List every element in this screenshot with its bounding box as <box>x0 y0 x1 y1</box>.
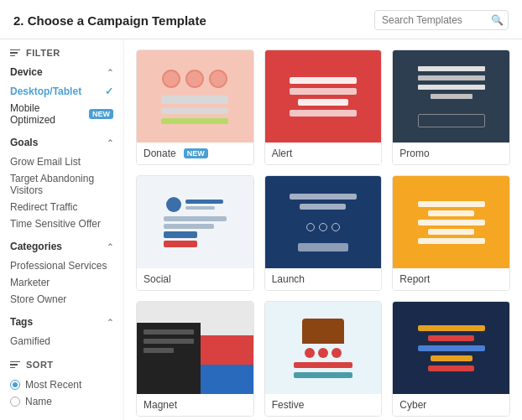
report-label: Report <box>393 268 509 290</box>
sort-icon <box>10 361 20 369</box>
search-icon: 🔍 <box>491 14 504 26</box>
sort-label: SORT <box>26 360 54 370</box>
social-label: Social <box>137 268 253 290</box>
mobile-new-badge: NEW <box>89 109 113 119</box>
sidebar-item-professional[interactable]: Professional Services <box>10 257 113 274</box>
device-item-desktop[interactable]: Desktop/Tablet ✓ <box>10 83 113 100</box>
launch-thumb <box>265 176 382 268</box>
cyber-thumb <box>393 302 509 394</box>
main-content: Donate NEW Alert <box>124 39 522 420</box>
search-input[interactable] <box>382 14 491 26</box>
sort-header: SORT <box>10 360 113 370</box>
device-chevron: ⌃ <box>107 68 113 77</box>
most-recent-radio[interactable] <box>10 380 20 390</box>
social-thumb <box>137 176 253 268</box>
device-desktop-label: Desktop/Tablet <box>10 86 81 97</box>
categories-chevron: ⌃ <box>107 242 113 251</box>
promo-label: Promo <box>393 143 509 164</box>
sidebar-item-store-owner[interactable]: Store Owner <box>10 291 113 308</box>
page-header: 2. Choose a Campaign Template 🔍 <box>0 0 522 39</box>
goals-chevron: ⌃ <box>107 138 113 148</box>
sidebar-item-gamified[interactable]: Gamified <box>10 333 113 350</box>
content-area: FILTER Device ⌃ Desktop/Tablet ✓ Mobile … <box>0 39 522 420</box>
promo-thumb <box>393 50 509 143</box>
template-card-launch[interactable]: Launch <box>264 175 383 291</box>
goals-section-title: Goals ⌃ <box>10 137 113 148</box>
template-card-social[interactable]: Social <box>136 175 254 291</box>
categories-section-title: Categories ⌃ <box>10 241 113 252</box>
template-card-donate[interactable]: Donate NEW <box>136 49 254 165</box>
template-card-report[interactable]: Report <box>392 175 510 291</box>
template-card-magnet[interactable]: Magnet <box>136 301 254 417</box>
social-avatar-icon <box>166 197 181 212</box>
festive-thumb <box>265 302 382 394</box>
sort-name[interactable]: Name <box>10 393 113 410</box>
filter-label: FILTER <box>26 48 60 58</box>
festive-label: Festive <box>265 394 382 416</box>
magnet-label: Magnet <box>137 394 253 416</box>
template-card-alert[interactable]: Alert <box>264 49 383 165</box>
sidebar-item-grow-email[interactable]: Grow Email List <box>10 153 113 170</box>
device-mobile-label: Mobile Optimized <box>10 102 86 126</box>
sort-most-recent[interactable]: Most Recent <box>10 376 113 393</box>
donate-thumb <box>137 50 253 143</box>
most-recent-dot <box>13 382 18 387</box>
sidebar-item-time-sensitive[interactable]: Time Sensitive Offer <box>10 215 113 232</box>
page-title: 2. Choose a Campaign Template <box>13 13 206 28</box>
alert-label: Alert <box>265 143 382 164</box>
sidebar-item-target[interactable]: Target Abandoning Visitors <box>10 170 113 199</box>
alert-thumb <box>265 50 382 143</box>
desktop-check-icon: ✓ <box>105 86 113 97</box>
name-radio[interactable] <box>10 397 20 407</box>
launch-label: Launch <box>265 268 382 290</box>
template-card-promo[interactable]: Promo <box>392 49 510 165</box>
most-recent-label: Most Recent <box>25 379 81 391</box>
donate-new-badge: NEW <box>184 148 208 158</box>
magnet-thumb <box>137 302 253 394</box>
tags-chevron: ⌃ <box>107 318 113 327</box>
template-card-cyber[interactable]: Cyber <box>392 301 510 417</box>
filter-header: FILTER <box>10 48 113 58</box>
cyber-label: Cyber <box>393 394 509 416</box>
filter-icon <box>10 49 20 57</box>
template-grid: Donate NEW Alert <box>136 49 510 417</box>
donate-label: Donate NEW <box>137 143 253 164</box>
tags-section-title: Tags ⌃ <box>10 316 113 328</box>
template-card-festive[interactable]: Festive <box>264 301 383 417</box>
device-section-title: Device ⌃ <box>10 66 113 78</box>
report-thumb <box>393 176 509 268</box>
sidebar-item-redirect[interactable]: Redirect Traffic <box>10 199 113 215</box>
sidebar-item-marketer[interactable]: Marketer <box>10 274 113 291</box>
search-box[interactable]: 🔍 <box>374 10 509 30</box>
sidebar: FILTER Device ⌃ Desktop/Tablet ✓ Mobile … <box>0 39 124 420</box>
name-label: Name <box>25 396 52 407</box>
device-item-mobile[interactable]: Mobile Optimized NEW <box>10 100 113 128</box>
